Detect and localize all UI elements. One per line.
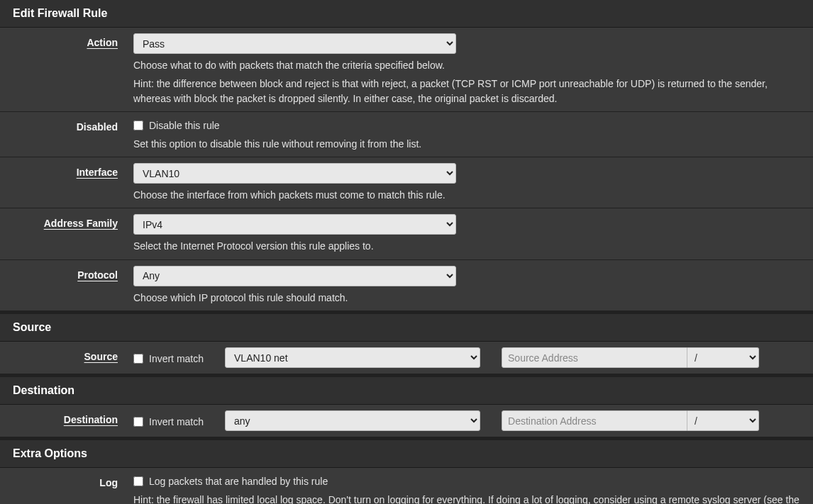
- destination-address-input[interactable]: [502, 410, 687, 431]
- source-address-input[interactable]: [502, 347, 687, 368]
- log-checkbox-row[interactable]: Log packets that are handled by this rul…: [133, 474, 328, 487]
- disabled-help: Set this option to disable this rule wit…: [133, 137, 800, 151]
- interface-help: Choose the interface from which packets …: [133, 188, 800, 202]
- source-invert-row[interactable]: Invert match: [133, 351, 204, 364]
- label-protocol: Protocol: [13, 266, 133, 281]
- destination-mask-select[interactable]: [704, 410, 759, 431]
- source-mask-slash: /: [687, 347, 704, 368]
- panel-title-destination: Destination: [0, 377, 813, 405]
- destination-mask-slash: /: [687, 410, 704, 431]
- destination-invert-label: Invert match: [149, 416, 204, 427]
- source-mask-select[interactable]: [704, 347, 759, 368]
- log-checkbox[interactable]: [133, 476, 143, 486]
- destination-type-select[interactable]: any: [225, 410, 480, 431]
- label-source: Source: [13, 347, 133, 362]
- disabled-checkbox-row[interactable]: Disable this rule: [133, 118, 220, 131]
- label-log: Log: [13, 474, 133, 488]
- interface-select[interactable]: VLAN10: [133, 163, 456, 184]
- destination-invert-row[interactable]: Invert match: [133, 414, 204, 427]
- label-action: Action: [13, 33, 133, 48]
- source-invert-checkbox[interactable]: [133, 354, 143, 364]
- action-select[interactable]: Pass: [133, 33, 456, 54]
- label-interface: Interface: [13, 163, 133, 178]
- panel-title-edit: Edit Firewall Rule: [0, 0, 813, 28]
- panel-title-extra: Extra Options: [0, 440, 813, 468]
- log-checkbox-label: Log packets that are handled by this rul…: [149, 476, 328, 487]
- panel-title-source: Source: [0, 314, 813, 342]
- af-help: Select the Internet Protocol version thi…: [133, 239, 800, 253]
- disabled-checkbox-label: Disable this rule: [149, 120, 220, 131]
- destination-invert-checkbox[interactable]: [133, 417, 143, 427]
- log-help: Hint: the firewall has limited local log…: [133, 493, 800, 504]
- protocol-help: Choose which IP protocol this rule shoul…: [133, 291, 800, 305]
- source-type-select[interactable]: VLAN10 net: [225, 347, 480, 368]
- action-help1: Choose what to do with packets that matc…: [133, 58, 800, 72]
- source-invert-label: Invert match: [149, 353, 204, 364]
- protocol-select[interactable]: Any: [133, 266, 456, 286]
- label-af: Address Family: [13, 214, 133, 229]
- label-destination: Destination: [13, 410, 133, 425]
- af-select[interactable]: IPv4: [133, 214, 456, 235]
- disabled-checkbox[interactable]: [133, 121, 143, 130]
- label-disabled: Disabled: [13, 118, 133, 133]
- action-help2: Hint: the difference between block and r…: [133, 77, 800, 106]
